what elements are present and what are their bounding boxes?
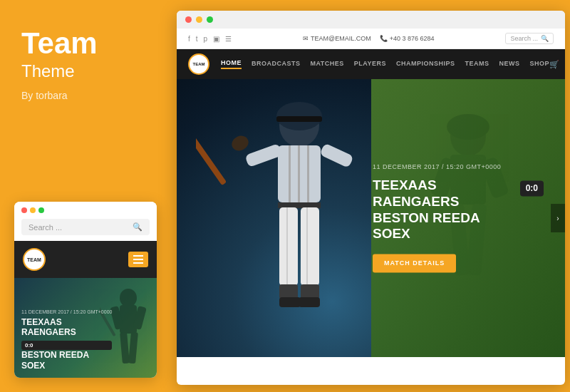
match-details-button[interactable]: MATCH DETAILS: [373, 254, 456, 273]
topbar-phone: 📞 +40 3 876 6284: [380, 35, 435, 42]
svg-rect-9: [276, 116, 322, 122]
svg-rect-20: [301, 207, 319, 286]
svg-rect-4: [120, 332, 130, 364]
mobile-hamburger-button[interactable]: [128, 252, 148, 267]
mobile-search-bar[interactable]: Search ... 🔍: [21, 219, 150, 235]
nav-link-news[interactable]: NEWS: [499, 60, 520, 68]
cart-icon[interactable]: 🛒: [549, 60, 559, 69]
mobile-search-icon: 🔍: [133, 222, 142, 232]
theme-subtitle: Theme: [21, 61, 150, 81]
svg-point-28: [447, 114, 489, 140]
theme-by: By torbara: [21, 90, 150, 101]
desktop-titlebar: [177, 11, 565, 29]
svg-rect-24: [279, 297, 301, 307]
hero-date: 11 DECEMBER 2017 / 15:20 GMT+0000: [373, 163, 544, 170]
twitter-icon: t: [196, 35, 198, 43]
hero-teams: TEEXAAS RAENGAERS BESTON REEDA SOEX 0:0: [373, 177, 544, 242]
topbar-search-icon: 🔍: [541, 35, 549, 42]
nav-link-players[interactable]: PLAYERS: [354, 60, 386, 68]
svg-rect-13: [307, 145, 309, 202]
mobile-dot-green: [38, 207, 44, 213]
topbar-search[interactable]: Search ... 🔍: [505, 33, 554, 44]
mobile-match-teams: TEEXAAS RAENGAERS 0:0 BESTON REEDA SOEX: [21, 317, 112, 371]
mobile-hero-date: 11 DECEMBER 2017 / 15:20 GMT+0000: [21, 309, 112, 314]
nav-link-home[interactable]: HOME: [221, 59, 242, 69]
hamburger-line: [133, 255, 143, 257]
svg-rect-11: [289, 145, 291, 202]
svg-rect-14: [245, 143, 283, 167]
mobile-score-badge: 0:0: [21, 341, 112, 351]
svg-rect-19: [279, 207, 298, 286]
svg-rect-26: [299, 297, 320, 307]
svg-rect-25: [301, 284, 319, 299]
phone-icon: 📞: [380, 35, 388, 42]
nav-link-teams[interactable]: TEAMS: [465, 60, 489, 68]
svg-rect-15: [320, 143, 354, 168]
social-icon-5: ☰: [225, 35, 232, 43]
svg-rect-21: [286, 207, 288, 286]
hero-content: 11 DECEMBER 2017 / 15:20 GMT+0000 TEEXAA…: [373, 163, 544, 272]
svg-rect-1: [120, 305, 137, 334]
mobile-nav: TEAM: [14, 241, 157, 278]
mobile-hero-content: 11 DECEMBER 2017 / 15:20 GMT+0000 TEEXAA…: [21, 309, 112, 371]
svg-rect-18: [278, 202, 321, 208]
svg-rect-12: [298, 145, 300, 202]
svg-rect-5: [128, 332, 138, 364]
mobile-hero: 11 DECEMBER 2017 / 15:20 GMT+0000 TEEXAA…: [14, 278, 157, 378]
email-icon: ✉: [303, 35, 309, 42]
svg-rect-23: [279, 284, 298, 299]
svg-point-0: [120, 289, 137, 307]
hero-score: 0:0: [520, 180, 544, 196]
mobile-search-placeholder: Search ...: [28, 223, 62, 232]
topbar-social-icons: f t p ▣ ☰: [188, 35, 232, 43]
nav-link-matches[interactable]: MATCHES: [311, 60, 344, 68]
nav-links: HOME BROADCASTS MATCHES PLAYERS CHAMPION…: [221, 59, 549, 69]
hamburger-line: [133, 262, 143, 264]
nav-logo: TEAM: [188, 53, 209, 75]
mobile-dot-yellow: [30, 207, 36, 213]
desktop-mockup: f t p ▣ ☰ ✉ TEAM@EMAIL.COM 📞 +40 3 876 6…: [177, 11, 565, 385]
nav-link-shop[interactable]: SHOP: [530, 60, 550, 68]
theme-title: Team: [21, 29, 150, 58]
mobile-traffic-lights: [21, 207, 150, 213]
desktop-dot-red: [185, 16, 192, 23]
pinterest-icon: p: [204, 35, 208, 43]
mobile-mockup: Search ... 🔍 TEAM 11 DECEMBER 2017 / 15:: [14, 202, 157, 378]
mobile-top-bar: Search ... 🔍: [14, 202, 157, 241]
desktop-topbar: f t p ▣ ☰ ✉ TEAM@EMAIL.COM 📞 +40 3 876 6…: [177, 29, 565, 49]
topbar-contact: ✉ TEAM@EMAIL.COM 📞 +40 3 876 6284: [303, 35, 434, 42]
hero-next-arrow[interactable]: ›: [551, 204, 565, 232]
topbar-search-placeholder: Search ...: [510, 35, 538, 42]
nav-link-broadcasts[interactable]: BROADCASTS: [252, 60, 301, 68]
desktop-dot-green: [207, 16, 213, 23]
hamburger-line: [133, 259, 143, 260]
hero-team2: BESTON REEDA SOEX: [373, 210, 513, 243]
svg-rect-22: [306, 207, 308, 286]
desktop-hero: 11 DECEMBER 2017 / 15:20 GMT+0000 TEEXAA…: [177, 79, 565, 357]
mobile-dot-red: [21, 207, 27, 213]
desktop-nav: TEAM HOME BROADCASTS MATCHES PLAYERS CHA…: [177, 49, 565, 79]
mobile-logo: TEAM: [23, 248, 46, 271]
hero-team1: TEEXAAS RAENGAERS: [373, 177, 513, 210]
facebook-icon: f: [188, 35, 190, 43]
instagram-icon: ▣: [213, 35, 219, 43]
svg-rect-17: [196, 130, 227, 185]
desktop-dot-yellow: [196, 16, 202, 23]
nav-link-championships[interactable]: CHAMPIONSHIPS: [396, 60, 455, 68]
svg-point-16: [229, 133, 251, 153]
topbar-email: ✉ TEAM@EMAIL.COM: [303, 35, 371, 42]
